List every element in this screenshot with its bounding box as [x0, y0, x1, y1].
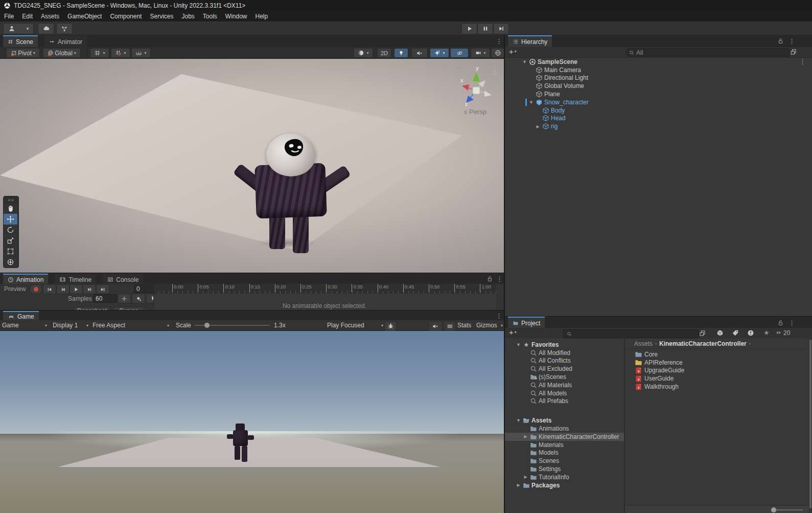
last-frame-button[interactable]	[96, 284, 109, 294]
project-lock-icon[interactable]	[778, 320, 783, 326]
project-menu-kebab[interactable]: ⋮	[788, 320, 795, 326]
game-target-dropdown[interactable]: Game▾	[2, 320, 49, 330]
menu-window[interactable]: Window	[221, 12, 251, 21]
expand-arrow-icon[interactable]: ▶	[535, 124, 541, 129]
project-scrollbar-thumb[interactable]	[809, 340, 811, 508]
project-tree-row-tutorialinfo[interactable]: ▶TutorialInfo	[505, 473, 624, 481]
pause-button[interactable]	[477, 23, 493, 34]
menu-gameobject[interactable]: GameObject	[63, 12, 106, 21]
hierarchy-search-input[interactable]: All	[625, 48, 791, 57]
hierarchy-row-body[interactable]: Body	[505, 106, 812, 115]
scene-menu-kebab[interactable]: ⋮	[496, 38, 502, 44]
hierarchy-row-global-volume[interactable]: Global Volume	[505, 82, 812, 90]
transform-tool-button[interactable]	[4, 257, 17, 267]
effects-dropdown[interactable]: ▾	[430, 48, 449, 58]
tab-timeline[interactable]: Timeline	[55, 274, 96, 284]
first-frame-button[interactable]	[43, 284, 56, 294]
camera-dropdown[interactable]: ▾	[471, 48, 490, 58]
game-menu-kebab[interactable]: ⋮	[496, 313, 502, 319]
expand-arrow-icon[interactable]: ▼	[516, 418, 521, 423]
visibility-eye-icon[interactable]	[775, 330, 782, 336]
scale-slider-thumb[interactable]	[204, 323, 210, 328]
project-create-button[interactable]: +▾	[509, 329, 517, 336]
project-tree-row--s-scenes[interactable]: ★(s)Scenes	[505, 373, 624, 381]
add-keyframe-button[interactable]	[118, 294, 131, 303]
hierarchy-row-rig[interactable]: ▶rig	[505, 122, 812, 130]
move-tool-button[interactable]	[4, 214, 17, 225]
grid-snap-button[interactable]: ▾	[111, 48, 130, 58]
project-tree-row-assets[interactable]: ▼Assets	[505, 416, 624, 425]
snap-increment-button[interactable]: ▾	[131, 48, 151, 58]
warning-filter-icon[interactable]	[747, 329, 754, 337]
project-window-icon[interactable]	[699, 330, 706, 337]
expand-arrow-icon[interactable]: ▼	[522, 59, 527, 64]
file-row-walkthrough[interactable]: əWalkthrough	[625, 383, 809, 391]
tab-game[interactable]: Game	[3, 311, 39, 321]
expand-arrow-icon[interactable]: ▼	[528, 100, 534, 105]
animation-ruler[interactable]: 0:000:050:100:150:200:250:300:350:400:45…	[153, 284, 496, 294]
prev-frame-button[interactable]	[56, 284, 69, 294]
aspect-dropdown[interactable]: Free Aspect▾	[92, 320, 169, 330]
overlay-drag-handle[interactable]: ≡≡	[4, 196, 18, 203]
expand-arrow-icon[interactable]: ▶	[523, 434, 528, 439]
anim-play-button[interactable]	[69, 284, 83, 294]
display-dropdown[interactable]: Display 1▾	[53, 320, 88, 330]
file-row-userguide[interactable]: əUserGuide	[625, 374, 809, 383]
project-search-input[interactable]	[563, 329, 699, 338]
version-control-button[interactable]	[56, 23, 73, 34]
account-button[interactable]: ▾	[3, 23, 34, 34]
scale-tool-button[interactable]	[4, 235, 17, 246]
audio-toggle[interactable]	[411, 48, 428, 58]
project-tree-row-scenes[interactable]: Scenes	[505, 457, 624, 465]
project-tree-row-models[interactable]: Models	[505, 449, 624, 457]
preview-toggle[interactable]: Preview	[4, 285, 26, 293]
next-frame-button[interactable]	[83, 284, 96, 294]
hierarchy-row-snow-character[interactable]: ▼Snow_character	[505, 98, 812, 106]
vsync-grid-button[interactable]	[444, 321, 456, 331]
hierarchy-menu-kebab[interactable]: ⋮	[788, 38, 795, 44]
rect-tool-button[interactable]	[4, 246, 17, 257]
persp-label[interactable]: ≤ Persp	[464, 108, 486, 116]
menu-file[interactable]: File	[0, 12, 18, 21]
game-viewport[interactable]	[0, 331, 504, 513]
expand-arrow-icon[interactable]: ▶	[516, 483, 521, 487]
scale-slider[interactable]	[194, 325, 270, 326]
menu-services[interactable]: Services	[146, 12, 177, 21]
file-row-core[interactable]: Core	[625, 350, 809, 359]
project-tree-row-all-excluded[interactable]: All Excluded	[505, 365, 624, 373]
menu-jobs[interactable]: Jobs	[177, 12, 198, 21]
project-tree-row-kinematiccharactercontroller[interactable]: ▶KinematicCharacterController	[505, 433, 624, 441]
project-tree-row-all-models[interactable]: All Models	[505, 389, 624, 397]
file-row-upgradeguide[interactable]: əUpgradeGuide	[625, 367, 809, 375]
scene-row-kebab[interactable]: ⋮	[799, 58, 806, 65]
project-tree-row-all-modified[interactable]: All Modified	[505, 349, 624, 357]
project-tree-row-favorites[interactable]: ▼★Favorites	[505, 341, 624, 349]
game-audio-mute-button[interactable]	[428, 321, 443, 331]
project-tree-row-all-conflicts[interactable]: All Conflicts	[505, 357, 624, 365]
project-tree-row-animations[interactable]: Animations	[505, 425, 624, 433]
package-icon[interactable]	[716, 329, 724, 337]
tab-animation[interactable]: Animation	[3, 274, 48, 284]
project-tree-row-all-materials[interactable]: All Materials	[505, 381, 624, 389]
view-tool-button[interactable]	[4, 203, 17, 214]
grid-visibility-button[interactable]: ▾	[90, 48, 109, 58]
gizmos-dropdown[interactable]: Gizmos▾	[476, 320, 503, 330]
animation-menu-kebab[interactable]: ⋮	[496, 276, 503, 282]
project-tree-row-materials[interactable]: Materials	[505, 441, 624, 449]
cloud-button[interactable]	[38, 23, 54, 34]
tab-animator[interactable]: Animator	[44, 35, 87, 47]
hierarchy-row-head[interactable]: Head	[505, 115, 812, 123]
breadcrumb-root[interactable]: Assets	[634, 340, 653, 347]
file-row-apireference[interactable]: APIReference	[625, 359, 809, 367]
step-button[interactable]	[493, 23, 509, 34]
play-focused-dropdown[interactable]: Play Focused▾	[327, 320, 383, 330]
hierarchy-row-main-camera[interactable]: Main Camera	[505, 66, 812, 74]
component-tools-dropdown[interactable]	[491, 48, 505, 58]
menu-assets[interactable]: Assets	[37, 12, 63, 21]
hierarchy-row-plane[interactable]: Plane	[505, 90, 812, 98]
record-button[interactable]	[30, 284, 42, 294]
expand-arrow-icon[interactable]: ▼	[516, 342, 521, 347]
pivot-dropdown[interactable]: Pivot ▾	[6, 48, 40, 58]
menu-edit[interactable]: Edit	[18, 12, 37, 21]
hierarchy-create-button[interactable]: +▾	[509, 48, 517, 55]
